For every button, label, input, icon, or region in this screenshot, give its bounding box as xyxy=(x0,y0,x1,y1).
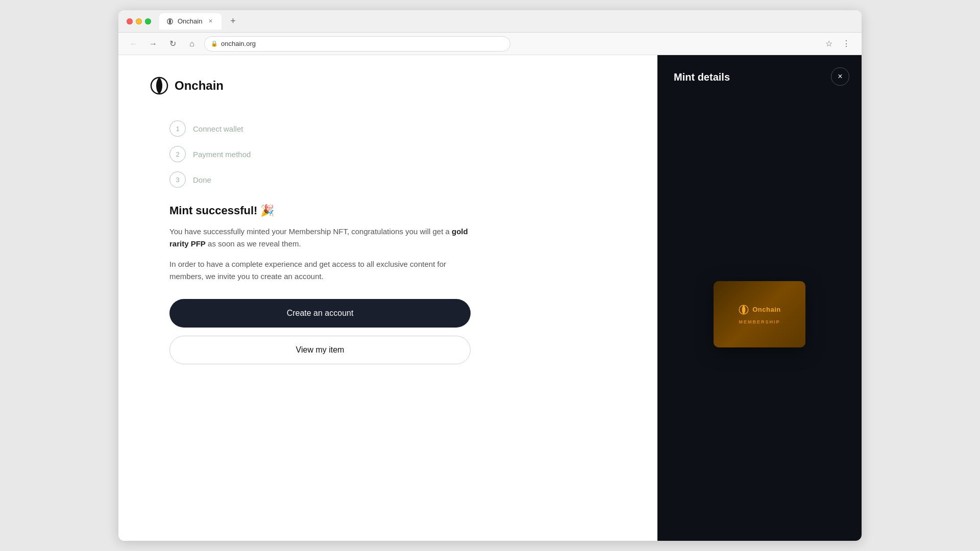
mint-desc-suffix: as soon as we reveal them. xyxy=(206,239,301,248)
brand-logo-icon xyxy=(149,76,169,96)
nft-card-title: Onchain xyxy=(752,306,781,313)
browser-tab[interactable]: Onchain ✕ xyxy=(159,13,222,30)
menu-button[interactable]: ⋮ xyxy=(839,37,853,51)
nft-card: Onchain MEMBERSHIP xyxy=(714,281,805,347)
step-2-circle: 2 xyxy=(169,146,186,162)
new-tab-button[interactable]: + xyxy=(226,14,240,29)
nft-card-subtitle: MEMBERSHIP xyxy=(739,319,780,324)
tab-title: Onchain xyxy=(178,17,202,25)
step-2-label: Payment method xyxy=(193,150,251,159)
traffic-lights xyxy=(127,18,151,24)
brand-logo-text: Onchain xyxy=(175,79,224,93)
minimize-traffic-light[interactable] xyxy=(136,18,142,24)
step-1-circle: 1 xyxy=(169,120,186,137)
close-traffic-light[interactable] xyxy=(127,18,133,24)
toolbar-actions: ☆ ⋮ xyxy=(822,37,853,51)
step-1: 1 Connect wallet xyxy=(169,120,627,137)
tab-close-button[interactable]: ✕ xyxy=(206,17,214,26)
url-text: onchain.org xyxy=(221,40,256,47)
view-item-button[interactable]: View my item xyxy=(169,336,471,364)
nft-card-logo: Onchain xyxy=(738,304,781,315)
mint-description-1: You have successfully minted your Member… xyxy=(169,226,471,250)
browser-toolbar: ← → ↻ ⌂ 🔒 onchain.org ☆ ⋮ xyxy=(118,33,862,55)
browser-content: Onchain 1 Connect wallet 2 Payment metho… xyxy=(118,55,862,541)
mint-section: Mint successful! 🎉 You have successfully… xyxy=(169,204,471,364)
close-icon: × xyxy=(838,72,842,81)
steps-list: 1 Connect wallet 2 Payment method 3 Done xyxy=(169,120,627,188)
maximize-traffic-light[interactable] xyxy=(145,18,151,24)
browser-window: Onchain ✕ + ← → ↻ ⌂ 🔒 onchain.org ☆ ⋮ xyxy=(118,10,862,541)
tab-favicon xyxy=(166,18,174,25)
nft-logo-icon xyxy=(738,304,749,315)
reload-button[interactable]: ↻ xyxy=(165,37,180,51)
step-3: 3 Done xyxy=(169,171,627,188)
forward-button[interactable]: → xyxy=(146,37,160,51)
step-2: 2 Payment method xyxy=(169,146,627,162)
address-bar[interactable]: 🔒 onchain.org xyxy=(204,36,510,52)
browser-titlebar: Onchain ✕ + xyxy=(118,10,862,33)
step-1-label: Connect wallet xyxy=(193,124,243,133)
step-3-circle: 3 xyxy=(169,171,186,188)
step-3-label: Done xyxy=(193,176,211,184)
sidebar-close-button[interactable]: × xyxy=(831,67,849,86)
back-button[interactable]: ← xyxy=(127,37,141,51)
mint-sidebar: × Mint details Onchain MEMBERSHIP xyxy=(657,55,862,541)
main-content: Onchain 1 Connect wallet 2 Payment metho… xyxy=(118,55,657,541)
home-button[interactable]: ⌂ xyxy=(185,37,199,51)
lock-icon: 🔒 xyxy=(211,40,218,47)
bookmark-button[interactable]: ☆ xyxy=(822,37,836,51)
mint-success-title: Mint successful! 🎉 xyxy=(169,204,471,217)
mint-desc-prefix: You have successfully minted your Member… xyxy=(169,227,452,236)
nft-card-container: Onchain MEMBERSHIP xyxy=(674,104,845,524)
create-account-button[interactable]: Create an account xyxy=(169,299,471,328)
mint-description-2: In order to have a complete experience a… xyxy=(169,258,471,283)
logo-area: Onchain xyxy=(149,76,627,96)
sidebar-title: Mint details xyxy=(674,71,845,83)
